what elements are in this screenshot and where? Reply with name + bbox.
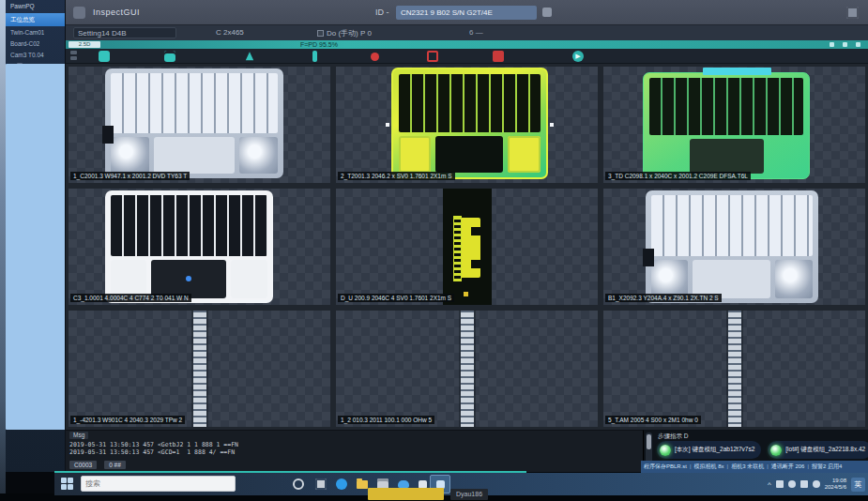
- stop-icon[interactable]: [493, 51, 504, 62]
- menu-item[interactable]: C 2x465: [216, 28, 244, 37]
- target-tool-icon[interactable]: [99, 51, 110, 62]
- touchpad: [690, 139, 764, 175]
- ime-indicator[interactable]: 英: [851, 478, 865, 492]
- xray-strip-image: [193, 311, 206, 427]
- sidebar-item-label: 工位总览: [10, 16, 35, 24]
- green-led-icon: [660, 445, 671, 456]
- log-tab[interactable]: Msg: [69, 432, 88, 439]
- view-cell-7[interactable]: 1_-4201.3 W901C 4 2040.3 2029 TPw 2: [69, 311, 330, 427]
- browser-icon[interactable]: [336, 478, 347, 490]
- connector-strip-background: [443, 189, 492, 305]
- keyboard-palm-region: [651, 260, 813, 297]
- id-checkbox[interactable]: [542, 8, 552, 17]
- connector-pins: [453, 216, 462, 282]
- tray-time-text: 19:08: [832, 478, 846, 483]
- status-segment: 相机3 未联机: [731, 463, 771, 471]
- palm-left: [651, 260, 689, 297]
- settings-field[interactable]: Setting14 D4B: [73, 27, 176, 38]
- view-cell-9[interactable]: 5_T.AM 2005 4 S00 x 2M1 0hw 0: [603, 311, 865, 427]
- mode-info: F=PD 95.5%: [300, 40, 338, 49]
- menu-item-toggle[interactable]: Do (手动) P 0: [317, 28, 372, 38]
- view-cell-1[interactable]: 1_C2001.3 W947.1 x 2001.2 DVD TY63 T: [69, 67, 330, 183]
- status-indicator-label: [lot#] 键盘模组_2a2218.8x.42: [785, 446, 865, 454]
- selection-handle[interactable]: [386, 123, 389, 127]
- start-pane: [68, 478, 73, 483]
- search-input[interactable]: [81, 476, 236, 492]
- scrollbar-thumb[interactable]: [647, 434, 651, 449]
- roi-frame-icon[interactable]: [427, 51, 438, 62]
- log-count-badge: 0 ##: [104, 461, 126, 469]
- tray-chevron-icon[interactable]: ^: [768, 480, 771, 489]
- zoom-in-icon[interactable]: [70, 51, 77, 54]
- task-view-icon[interactable]: [315, 478, 327, 490]
- view-cell-5[interactable]: D_U 200.9 2046C 4 SV0 1.7601 2X1m S: [336, 189, 598, 305]
- view-cell-2[interactable]: 2_T2001.3 2046.2 x SV0 1.7601 2X1m S: [336, 67, 598, 183]
- view-cell-4[interactable]: C3_1.0001 4.0004C 4 C774 2 T0 041 W N: [69, 189, 330, 305]
- palm-right: [775, 260, 813, 297]
- log-clear-button[interactable]: C0003: [69, 461, 97, 469]
- sidebar-item-label: Cam3 T0.04: [10, 52, 44, 58]
- cortana-icon[interactable]: [293, 478, 304, 490]
- status-segment: 模拟相机 8x: [694, 463, 732, 471]
- zoom-out-icon[interactable]: [70, 56, 77, 60]
- pin-tool-icon[interactable]: [312, 51, 317, 62]
- keyboard-palm-region: [111, 260, 267, 297]
- palm-right: [231, 260, 266, 297]
- network-tray-icon[interactable]: [800, 480, 808, 488]
- view-cell-8[interactable]: 1_2 010.3 2011 100.1 000 OHw 5: [336, 311, 598, 427]
- mode-bar: 2.5D F=PD 95.5%: [66, 40, 868, 49]
- sidebar-item[interactable]: Board-C02: [6, 38, 65, 49]
- checkbox-icon[interactable]: [317, 30, 324, 37]
- template-tool-icon[interactable]: [164, 51, 175, 62]
- log-lines: 2019-05-31 13:50:13 457 <GetbJ2 1 1 888 …: [69, 441, 238, 456]
- notification-tray-icon[interactable]: [813, 480, 820, 488]
- id-label: ID -: [375, 8, 389, 17]
- view-cell-6[interactable]: B1_X2092.3 Y204A.4 x Z90.1 2X.TN 2 S: [603, 189, 865, 305]
- palm-left: [399, 136, 432, 173]
- id-value-field[interactable]: CN2321 9 B02 S/N G2T/4E: [396, 6, 537, 20]
- log-line: 2019-05-31 13:50:13 457 <GCD=1 1 888 4/ …: [69, 448, 235, 456]
- start-button[interactable]: [61, 478, 73, 490]
- xray-keyboard-image: [646, 190, 818, 302]
- mode-bar-icon[interactable]: [856, 42, 860, 47]
- inspection-grid: 1_C2001.3 W947.1 x 2001.2 DVD TY63 T 2_T…: [66, 64, 868, 430]
- brush-tool-icon[interactable]: [244, 51, 255, 62]
- zoom-controls[interactable]: [70, 51, 77, 60]
- status-panel-header: 步骤指示 D: [658, 433, 689, 441]
- sticky-note: [368, 488, 444, 500]
- view-cell-3[interactable]: 3_TD C2098.1 x 2040C x 2001.2 C209E DFSA…: [603, 67, 865, 183]
- image-caption: 1_C2001.3 W947.1 x 2001.2 DVD TY63 T: [70, 172, 190, 180]
- keyboard-keys-region: [649, 78, 804, 134]
- touchpad: [693, 260, 770, 297]
- image-caption: 3_TD C2098.1 x 2040C x 2001.2 C209E DFSA…: [605, 172, 751, 180]
- volume-tray-icon[interactable]: [788, 480, 796, 488]
- mode-tab[interactable]: 2.5D: [69, 41, 100, 48]
- display-tray-icon[interactable]: [776, 480, 784, 488]
- menu-bar: Setting14 D4B C 2x465 Do (手动) P 0 6 —: [66, 24, 868, 40]
- bezel-label: Dyau186: [450, 489, 488, 500]
- onedrive-icon[interactable]: [398, 480, 409, 488]
- keyboard-palm-region: [649, 139, 804, 175]
- sidebar-item[interactable]: Twin-Cam01: [6, 26, 65, 38]
- keyboard-palm-region: [111, 137, 278, 174]
- sidebar-item-label: Twin-Cam01: [10, 29, 44, 36]
- keyboard-keys-region: [111, 73, 278, 132]
- record-icon[interactable]: [371, 53, 379, 61]
- layout-icon[interactable]: [846, 7, 859, 19]
- status-bar: 程序保存PBLR.st 模拟相机 8x 相机3 未联机 通讯断开 206 报警2…: [641, 461, 868, 473]
- tray-date-text: 2024/5/6: [825, 484, 846, 490]
- file-explorer-icon[interactable]: [357, 480, 368, 489]
- sidebar-item-overview[interactable]: 工位总览: [6, 13, 65, 26]
- log-buttons: C0003 0 ##: [69, 461, 126, 469]
- run-play-icon[interactable]: ▶: [572, 51, 584, 62]
- menu-item[interactable]: 6 —: [469, 28, 483, 37]
- mode-bar-icon[interactable]: [843, 42, 847, 47]
- green-led-icon: [770, 445, 782, 456]
- app-title: InspectGUI: [93, 8, 140, 17]
- mode-bar-icon[interactable]: [830, 42, 834, 47]
- monitor-screen: PawnPQ 工位总览 Twin-Cam01 Board-C02 Cam3 T0…: [0, 0, 868, 501]
- clock[interactable]: 19:082024/5/6: [825, 478, 846, 491]
- palm-left: [111, 137, 149, 174]
- sidebar-item[interactable]: Cam3 T0.04: [6, 49, 65, 60]
- selection-handle[interactable]: [550, 123, 554, 127]
